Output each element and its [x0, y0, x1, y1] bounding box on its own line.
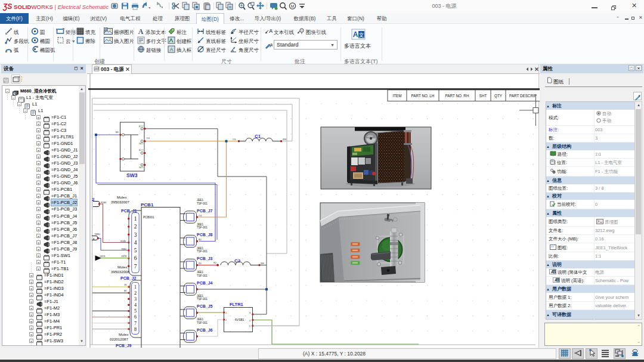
svg-text:JEE1: JEE1	[197, 295, 203, 298]
svg-text:SW3: SW3	[126, 172, 138, 178]
svg-text:PART NO. RH: PART NO. RH	[445, 94, 469, 98]
svg-text:OG: OG	[199, 215, 202, 217]
svg-text:3: 3	[134, 232, 137, 238]
svg-text:文: 文	[556, 279, 559, 282]
svg-text:A: A	[270, 42, 273, 48]
svg-text:8: 8	[134, 327, 137, 332]
svg-text:Molex: Molex	[119, 332, 129, 336]
svg-text:TSF-001: TSF-001	[197, 250, 208, 253]
svg-text:SHT: SHT	[479, 94, 487, 98]
svg-text:7: 7	[134, 264, 137, 270]
svg-text:PART DESCRIP: PART DESCRIP	[509, 94, 537, 98]
svg-text:PCB_J7: PCB_J7	[197, 209, 213, 213]
svg-text:A: A	[269, 28, 273, 34]
svg-text:1: 1	[134, 216, 137, 222]
svg-text:GNYE: GNYE	[100, 255, 106, 258]
svg-text:2: 2	[225, 319, 227, 321]
svg-text:PCB_J2: PCB_J2	[120, 276, 137, 280]
svg-text:OG: OG	[233, 138, 236, 141]
svg-text:OG: OG	[147, 137, 150, 140]
svg-text:PCB_J1: PCB_J1	[121, 209, 137, 213]
svg-text:JEE1: JEE1	[197, 223, 203, 226]
svg-text:5: 5	[134, 247, 137, 253]
svg-text:395032007: 395032007	[111, 200, 130, 204]
svg-text:395032008: 395032008	[111, 270, 130, 274]
svg-text:A: A	[169, 47, 173, 52]
svg-text:Molex: Molex	[117, 195, 127, 199]
svg-text:· 6VSB1 ·: · 6VSB1 ·	[233, 318, 246, 321]
svg-text:RDBK: RDBK	[101, 202, 107, 204]
svg-text:文: 文	[553, 270, 556, 274]
svg-text:RD: RD	[199, 262, 202, 265]
svg-text:1: 1	[225, 312, 227, 314]
svg-text:TSF-001: TSF-001	[197, 274, 208, 277]
svg-text:JEE1: JEE1	[197, 199, 203, 202]
svg-text:PCB_J6: PCB_J6	[197, 328, 213, 332]
svg-text:YEBU: YEBU	[94, 233, 101, 236]
svg-text:Molex: Molex	[117, 265, 128, 269]
svg-text:RDBK: RDBK	[120, 240, 126, 243]
svg-text:003 - 电源: 003 - 电源	[101, 66, 124, 72]
svg-text:WH: WH	[283, 138, 286, 141]
svg-text:A: A	[353, 30, 358, 39]
svg-text:2: 2	[134, 224, 137, 230]
svg-text:PCB1: PCB1	[141, 202, 154, 208]
svg-text:3: 3	[249, 312, 250, 314]
svg-text:FLTR1: FLTR1	[230, 302, 243, 307]
svg-text:3: 3	[134, 296, 137, 302]
svg-text:BK: BK	[116, 131, 119, 134]
svg-text:PCB_J3: PCB_J3	[197, 256, 213, 261]
svg-text:BAJO: BAJO	[139, 143, 144, 145]
svg-text:BAJO: BAJO	[139, 166, 144, 169]
svg-text:7: 7	[134, 321, 137, 326]
svg-text:5: 5	[134, 308, 137, 314]
svg-text:4: 4	[249, 320, 250, 322]
svg-text:PCB_J8: PCB_J8	[197, 233, 213, 237]
svg-text:ALTO: ALTO	[139, 149, 144, 151]
svg-text:QTY: QTY	[494, 94, 503, 98]
svg-text:A: A	[138, 27, 144, 35]
svg-text:YEBU: YEBU	[121, 248, 127, 250]
svg-text:ALTO: ALTO	[139, 125, 144, 128]
svg-text:PCB_J9: PCB_J9	[116, 344, 132, 348]
svg-text:4: 4	[134, 240, 137, 246]
svg-text:RD: RD	[213, 262, 216, 264]
svg-text:JEE1: JEE1	[197, 271, 203, 274]
svg-text:M: M	[291, 4, 295, 8]
svg-text:5: 5	[249, 325, 250, 327]
svg-text:C2: C2	[234, 258, 241, 264]
svg-text:JEE1: JEE1	[197, 247, 203, 250]
svg-text:TSF-001: TSF-001	[197, 298, 208, 301]
svg-text:YE: YE	[124, 284, 127, 286]
svg-text:BK: BK	[124, 290, 127, 292]
svg-text:BU: BU	[199, 239, 202, 241]
svg-text:6: 6	[134, 255, 137, 261]
svg-text:6: 6	[134, 314, 137, 320]
svg-text:WH: WH	[261, 262, 264, 265]
svg-text:PART NO. LH: PART NO. LH	[411, 94, 435, 98]
svg-text:JEE1: JEE1	[197, 318, 203, 321]
svg-text:PCB001: PCB001	[143, 215, 154, 219]
svg-text:4: 4	[134, 302, 137, 308]
svg-text:TSF-001: TSF-001	[197, 226, 208, 229]
svg-text:GNYE: GNYE	[121, 255, 127, 258]
svg-text:022012087: 022012087	[110, 337, 129, 341]
svg-text:TSF-001: TSF-001	[197, 202, 208, 205]
svg-text:2: 2	[134, 290, 137, 296]
svg-text:TSF-001: TSF-001	[197, 321, 208, 324]
svg-text:1: 1	[134, 284, 137, 290]
svg-text:PCB_J5: PCB_J5	[197, 304, 213, 308]
svg-text:PCB_J4: PCB_J4	[197, 281, 213, 285]
svg-text:文: 文	[359, 32, 364, 38]
svg-text:ITEM: ITEM	[392, 94, 401, 98]
